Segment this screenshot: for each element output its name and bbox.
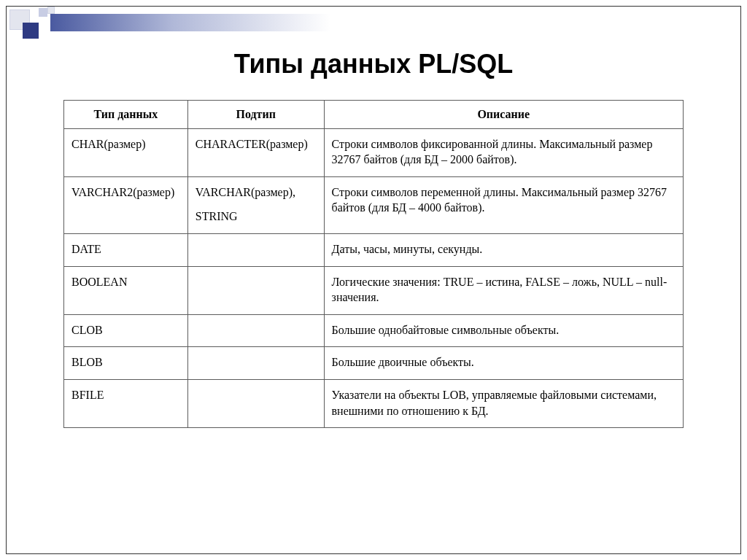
cell-desc: Строки символов фиксированной длины. Мак… — [324, 128, 683, 176]
cell-type: BFILE — [64, 379, 188, 427]
cell-subtype: CHARACTER(размер) — [187, 128, 324, 176]
table-row: BOOLEAN Логические значения: TRUE – исти… — [64, 266, 684, 314]
cell-desc: Строки символов переменной длины. Максим… — [324, 176, 683, 233]
cell-type: CHAR(размер) — [64, 128, 188, 176]
cell-type: DATE — [64, 233, 188, 266]
table-row: CLOB Большие однобайтовые символьные объ… — [64, 314, 684, 347]
cell-subtype: VARCHAR(размер), STRING — [187, 176, 324, 233]
cell-subtype — [187, 379, 324, 427]
table-row: BLOB Большие двоичные объекты. — [64, 347, 684, 380]
cell-type: VARCHAR2(размер) — [64, 176, 188, 233]
header-desc: Описание — [324, 101, 683, 129]
table-row: CHAR(размер) CHARACTER(размер) Строки си… — [64, 128, 684, 176]
gradient-bar — [50, 14, 400, 31]
cell-type: BOOLEAN — [64, 266, 188, 314]
cell-desc: Указатели на объекты LOB, управляемые фа… — [324, 379, 683, 427]
table-row: BFILE Указатели на объекты LOB, управляе… — [64, 379, 684, 427]
cell-subtype — [187, 347, 324, 380]
subtype-a: CHARACTER(размер) — [196, 136, 317, 152]
cell-subtype — [187, 314, 324, 347]
cell-desc: Большие двоичные объекты. — [324, 347, 683, 380]
corner-decoration — [7, 7, 167, 37]
table-row: VARCHAR2(размер) VARCHAR(размер), STRING… — [64, 176, 684, 233]
table-header-row: Тип данных Подтип Описание — [64, 101, 684, 129]
cell-desc: Даты, часы, минуты, секунды. — [324, 233, 683, 266]
cell-type: BLOB — [64, 347, 188, 380]
cell-subtype — [187, 233, 324, 266]
table-row: DATE Даты, часы, минуты, секунды. — [64, 233, 684, 266]
header-type: Тип данных — [64, 101, 188, 129]
data-types-table-wrap: Тип данных Подтип Описание CHAR(размер) … — [63, 100, 684, 428]
page-title: Типы данных PL/SQL — [7, 49, 740, 79]
cell-desc: Логические значения: TRUE – истина, FALS… — [324, 266, 683, 314]
header-subtype: Подтип — [187, 101, 324, 129]
cell-desc: Большие однобайтовые символьные объекты. — [324, 314, 683, 347]
subtype-a: VARCHAR(размер), — [196, 184, 317, 201]
slide-frame: Типы данных PL/SQL Тип данных Подтип Опи… — [6, 6, 741, 554]
data-types-table: Тип данных Подтип Описание CHAR(размер) … — [63, 100, 684, 428]
subtype-b: STRING — [196, 209, 317, 225]
cell-subtype — [187, 266, 324, 314]
cell-type: CLOB — [64, 314, 188, 347]
